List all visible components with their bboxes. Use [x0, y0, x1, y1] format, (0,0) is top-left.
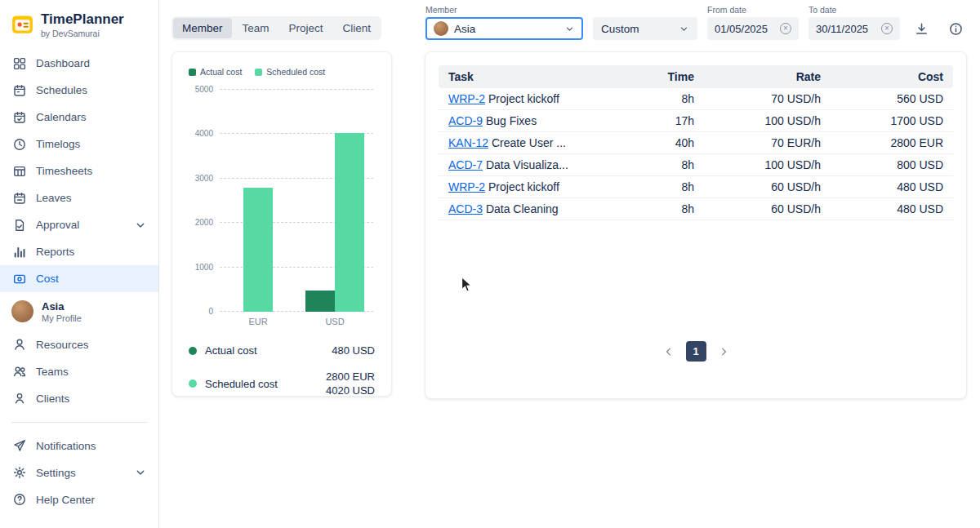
table-row[interactable]: WRP-2 Project kickoff8h60 USD/h480 USD — [439, 176, 953, 198]
teams-icon — [13, 365, 26, 378]
cell-cost: 2800 EUR — [831, 132, 953, 154]
app-subtitle: by DevSamurai — [41, 29, 124, 38]
axis-label: USD — [296, 317, 373, 326]
cell-cost: 480 USD — [831, 198, 953, 220]
sidebar-item-schedules[interactable]: Schedules — [0, 77, 158, 104]
sidebar-item-reports[interactable]: Reports — [0, 238, 158, 265]
legend-item: Actual cost — [189, 67, 242, 77]
clear-icon[interactable]: × — [881, 23, 893, 34]
table-row[interactable]: ACD-9 Bug Fixes17h100 USD/h1700 USD — [439, 110, 953, 132]
table-row[interactable]: ACD-7 Data Visualiza...8h100 USD/h800 US… — [439, 154, 953, 176]
pagination-current-page[interactable]: 1 — [686, 341, 706, 362]
content: Actual costScheduled cost 01000200030004… — [159, 45, 980, 399]
sidebar-item-label: Calendars — [36, 111, 147, 123]
table-row[interactable]: ACD-3 Data Cleaning8h60 USD/h480 USD — [439, 198, 953, 220]
chevron-left-icon[interactable] — [663, 346, 675, 357]
main-area: MemberTeamProjectClient Member Asia Cust… — [159, 0, 980, 528]
column-header-time[interactable]: Time — [606, 65, 704, 88]
chart-x-axis: EURUSD — [220, 317, 373, 326]
download-button[interactable] — [910, 17, 933, 40]
task-link[interactable]: ACD-3 — [448, 202, 483, 215]
tab-team[interactable]: Team — [234, 18, 278, 38]
from-date-label: From date — [707, 5, 799, 15]
to-date-filter: To date 30/11/2025 × — [808, 5, 900, 40]
cell-rate: 100 USD/h — [704, 110, 831, 132]
cell-time: 40h — [606, 132, 704, 154]
cell-time: 17h — [606, 110, 704, 132]
sidebar-item-teams[interactable]: Teams — [0, 358, 158, 385]
to-date-input[interactable]: 30/11/2025 × — [808, 17, 900, 40]
from-date-input[interactable]: 01/05/2025 × — [707, 17, 799, 40]
sidebar-item-label: Schedules — [36, 84, 147, 96]
task-link[interactable]: WRP-2 — [448, 92, 485, 105]
view-tabs: MemberTeamProjectClient — [172, 16, 381, 40]
range-select[interactable]: Custom — [593, 17, 697, 40]
cost-table: Task Time Rate Cost WRP-2 Project kickof… — [439, 65, 953, 220]
cell-rate: 60 USD/h — [704, 198, 831, 220]
sidebar-item-cost[interactable]: Cost — [0, 265, 158, 292]
chevron-down-icon — [564, 24, 575, 34]
sidebar-item-timelogs[interactable]: Timelogs — [0, 131, 158, 158]
task-link[interactable]: KAN-12 — [448, 136, 488, 149]
cell-time: 8h — [606, 198, 704, 220]
sidebar-item-dashboard[interactable]: Dashboard — [0, 50, 158, 77]
task-link[interactable]: ACD-9 — [448, 114, 483, 127]
filters: Member Asia Custom From date — [425, 5, 967, 40]
tab-project[interactable]: Project — [280, 18, 332, 38]
sidebar-item-notifications[interactable]: Notifications — [0, 433, 158, 459]
task-link[interactable]: WRP-2 — [448, 180, 485, 193]
sidebar-item-calendars[interactable]: Calendars — [0, 104, 158, 131]
summary-row: Actual cost480 USD — [189, 338, 375, 364]
sidebar-item-label: Timelogs — [36, 138, 147, 150]
bar-scheduled-cost-eur[interactable] — [243, 188, 273, 312]
tab-client[interactable]: Client — [334, 18, 381, 38]
column-header-rate[interactable]: Rate — [704, 65, 831, 88]
sidebar-item-label: Clients — [36, 393, 147, 405]
cell-time: 8h — [606, 88, 704, 110]
sidebar-item-timesheets[interactable]: Timesheets — [0, 158, 158, 184]
summary-label: Actual cost — [205, 344, 257, 357]
pagination: 1 — [439, 341, 953, 362]
sidebar-item-help-center[interactable]: Help Center — [0, 486, 158, 513]
legend-item: Scheduled cost — [255, 67, 325, 77]
sidebar-item-approval[interactable]: Approval — [0, 211, 158, 238]
sidebar: TimePlanner by DevSamurai DashboardSched… — [0, 0, 159, 528]
sidebar-item-label: Settings — [36, 467, 124, 479]
profile-item[interactable]: Asia My Profile — [0, 300, 158, 323]
member-select[interactable]: Asia — [425, 17, 583, 40]
task-title: Create User ... — [492, 136, 566, 149]
table-row[interactable]: KAN-12 Create User ...40h70 EUR/h2800 EU… — [439, 132, 953, 154]
tab-member[interactable]: Member — [173, 18, 232, 38]
table-header-row: Task Time Rate Cost — [439, 65, 953, 88]
task-link[interactable]: ACD-7 — [448, 158, 483, 171]
table-row[interactable]: WRP-2 Project kickoff8h70 USD/h560 USD — [439, 88, 953, 110]
sidebar-main-nav: DashboardSchedulesCalendarsTimelogsTimes… — [0, 50, 158, 292]
timelogs-icon — [13, 138, 26, 151]
bar-scheduled-cost-usd[interactable] — [335, 133, 364, 312]
leaves-icon — [13, 192, 26, 205]
sidebar-item-resources[interactable]: Resources — [0, 331, 158, 358]
chevron-down-icon — [134, 466, 147, 479]
clear-icon[interactable]: × — [780, 23, 791, 34]
sidebar-item-leaves[interactable]: Leaves — [0, 184, 158, 211]
bar-actual-cost-usd[interactable] — [305, 291, 335, 312]
from-date-filter: From date 01/05/2025 × — [707, 5, 799, 40]
person-icon — [13, 338, 26, 351]
info-button[interactable] — [944, 17, 967, 40]
chevron-right-icon[interactable] — [718, 346, 729, 357]
sidebar-item-clients[interactable]: Clients — [0, 385, 158, 412]
app-title: TimePlanner — [41, 11, 124, 28]
sidebar-item-label: Leaves — [36, 192, 147, 204]
sidebar-item-settings[interactable]: Settings — [0, 459, 158, 486]
task-title: Project kickoff — [488, 180, 559, 193]
range-filter: Custom — [593, 17, 697, 40]
column-header-task[interactable]: Task — [439, 65, 606, 88]
app-logo[interactable]: TimePlanner by DevSamurai — [0, 11, 158, 38]
topbar: MemberTeamProjectClient Member Asia Cust… — [159, 0, 980, 45]
chevron-down-icon — [134, 219, 147, 232]
chart-bars — [220, 90, 373, 312]
bar-chart: 010002000300040005000 EURUSD — [189, 85, 375, 326]
column-header-cost[interactable]: Cost — [831, 65, 953, 88]
cost-icon — [13, 273, 26, 286]
cell-rate: 60 USD/h — [704, 176, 831, 198]
